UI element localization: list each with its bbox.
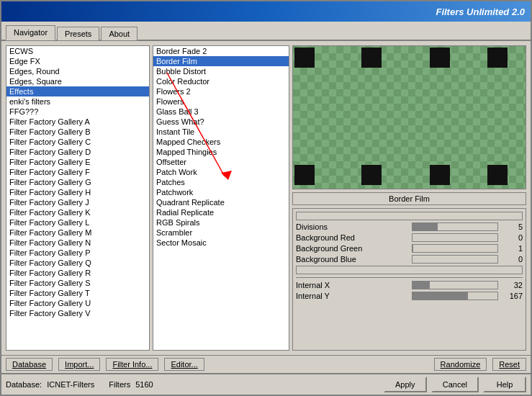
list-item[interactable]: Instant Tile <box>153 127 289 137</box>
help-button[interactable]: Help <box>483 377 526 392</box>
bg-blue-label: Background Blue <box>296 255 412 264</box>
list-item[interactable]: Patch Work <box>153 167 289 177</box>
list-item[interactable]: Glass Ball 3 <box>153 107 289 117</box>
divisions-value: 5 <box>501 222 523 231</box>
svg-rect-11 <box>294 165 315 185</box>
tab-about[interactable]: About <box>101 27 137 40</box>
list-item[interactable]: Filter Factory Gallery N <box>6 238 149 248</box>
list-item[interactable]: Border Film <box>153 56 289 66</box>
database-button[interactable]: Database <box>6 358 53 371</box>
filter-info-button[interactable]: Filter Info... <box>106 358 158 371</box>
control-row-bg-green: Background Green 1 <box>296 244 523 253</box>
bg-blue-bar[interactable] <box>412 255 498 264</box>
svg-rect-12 <box>361 165 382 185</box>
list-item[interactable]: enki's filters <box>6 96 149 107</box>
list-item[interactable]: FFG??? <box>6 107 149 117</box>
tab-navigator[interactable]: Navigator <box>6 25 55 40</box>
filter-list[interactable]: Border Fade 2 Border Film Bubble Distort… <box>153 46 289 248</box>
list-item[interactable]: Quadrant Replicate <box>153 197 289 207</box>
list-item[interactable]: Filter Factory Gallery A <box>6 117 149 127</box>
right-panel: Border Film Divisions 5 Back <box>292 45 526 351</box>
bg-green-value: 1 <box>501 244 523 253</box>
status-database-label: Database: ICNET-Filters <box>6 380 94 389</box>
list-item[interactable]: ECWS <box>6 46 149 56</box>
list-item[interactable]: Filter Factory Gallery M <box>6 228 149 238</box>
internal-y-label: Internal Y <box>296 292 412 300</box>
list-item[interactable]: Filter Factory Gallery L <box>6 217 149 228</box>
divisions-bar[interactable] <box>412 222 498 231</box>
list-item[interactable]: Flowers 2 <box>153 86 289 96</box>
list-item[interactable]: Scrambler <box>153 228 289 238</box>
list-item[interactable]: Filter Factory Gallery C <box>6 137 149 147</box>
svg-rect-7 <box>294 48 315 68</box>
bg-green-bar[interactable] <box>412 244 498 253</box>
bg-red-bar[interactable] <box>412 233 498 242</box>
list-item[interactable]: Filter Factory Gallery B <box>6 127 149 137</box>
filter-panel: Border Fade 2 Border Film Bubble Distort… <box>153 45 289 351</box>
bg-green-label: Background Green <box>296 244 412 253</box>
list-item[interactable]: Filter Factory Gallery Q <box>6 258 149 268</box>
svg-rect-14 <box>487 165 508 185</box>
list-item[interactable]: Border Fade 2 <box>153 46 289 56</box>
bottom-control-bar[interactable] <box>296 266 523 274</box>
control-row-divisions: Divisions 5 <box>296 222 523 231</box>
list-item[interactable]: Filter Factory Gallery R <box>6 268 149 278</box>
list-item[interactable]: Filter Factory Gallery F <box>6 167 149 177</box>
controls-area: Divisions 5 Background Red 0 Backg <box>292 208 526 351</box>
list-item[interactable]: Flowers <box>153 96 289 107</box>
list-item[interactable]: Filter Factory Gallery E <box>6 157 149 167</box>
randomize-button[interactable]: Randomize <box>434 358 487 371</box>
preview-svg <box>293 46 526 189</box>
list-item[interactable]: Sector Mosaic <box>153 238 289 248</box>
list-item[interactable]: Mapped Thingies <box>153 147 289 157</box>
category-list[interactable]: ECWS Edge FX Edges, Round Edges, Square … <box>6 46 149 350</box>
internal-x-bar[interactable] <box>412 281 498 289</box>
list-item[interactable]: Edges, Square <box>6 76 149 86</box>
list-item[interactable]: Offsetter <box>153 157 289 167</box>
list-item[interactable]: Edges, Round <box>6 66 149 76</box>
internal-x-value: 32 <box>501 281 523 289</box>
list-item[interactable]: Filter Factory Gallery H <box>6 187 149 197</box>
list-item[interactable]: Filter Factory Gallery U <box>6 298 149 308</box>
list-item[interactable]: Filter Factory Gallery J <box>6 197 149 207</box>
bottom-toolbar: Database Import... Filter Info... Editor… <box>1 355 531 373</box>
list-item[interactable]: Filter Factory Gallery G <box>6 177 149 187</box>
list-item[interactable]: Patches <box>153 177 289 187</box>
bg-red-label: Background Red <box>296 233 412 242</box>
reset-button[interactable]: Reset <box>492 358 526 371</box>
list-item[interactable]: Guess What? <box>153 117 289 127</box>
divisions-label: Divisions <box>296 222 412 231</box>
editor-button[interactable]: Editor... <box>164 358 204 371</box>
control-row-bg-blue: Background Blue 0 <box>296 255 523 264</box>
import-button[interactable]: Import... <box>58 358 100 371</box>
list-item[interactable]: Bubble Distort <box>153 66 289 76</box>
cancel-button[interactable]: Cancel <box>431 377 479 392</box>
status-bar: Database: ICNET-Filters Filters 5160 App… <box>1 373 531 395</box>
control-row-internal-x: Internal X 32 <box>296 281 523 289</box>
svg-rect-8 <box>361 48 382 68</box>
list-item[interactable]: Radial Replicate <box>153 207 289 217</box>
main-content: ECWS Edge FX Edges, Round Edges, Square … <box>1 41 531 355</box>
list-item[interactable]: Filter Factory Gallery V <box>6 308 149 318</box>
category-panel: ECWS Edge FX Edges, Round Edges, Square … <box>6 45 150 351</box>
list-item[interactable]: Effects <box>6 86 149 96</box>
list-item[interactable]: Patchwork <box>153 187 289 197</box>
action-buttons: Apply Cancel Help <box>384 377 526 392</box>
internal-y-bar[interactable] <box>412 292 498 300</box>
list-item[interactable]: RGB Spirals <box>153 217 289 228</box>
list-item[interactable]: Filter Factory Gallery D <box>6 147 149 157</box>
tab-presets[interactable]: Presets <box>57 27 99 40</box>
top-control-bar[interactable] <box>296 212 523 220</box>
filter-panel-container: Border Fade 2 Border Film Bubble Distort… <box>153 45 289 351</box>
list-item[interactable]: Filter Factory Gallery S <box>6 278 149 288</box>
list-item[interactable]: Mapped Checkers <box>153 137 289 147</box>
list-item[interactable]: Filter Factory Gallery T <box>6 288 149 298</box>
list-item[interactable]: Color Reductor <box>153 76 289 86</box>
apply-button[interactable]: Apply <box>384 377 427 392</box>
internal-y-value: 167 <box>501 292 523 300</box>
list-item[interactable]: Filter Factory Gallery P <box>6 248 149 258</box>
list-item[interactable]: Filter Factory Gallery K <box>6 207 149 217</box>
list-item[interactable]: Edge FX <box>6 56 149 66</box>
preview-label: Border Film <box>292 192 526 205</box>
svg-rect-13 <box>430 165 450 185</box>
